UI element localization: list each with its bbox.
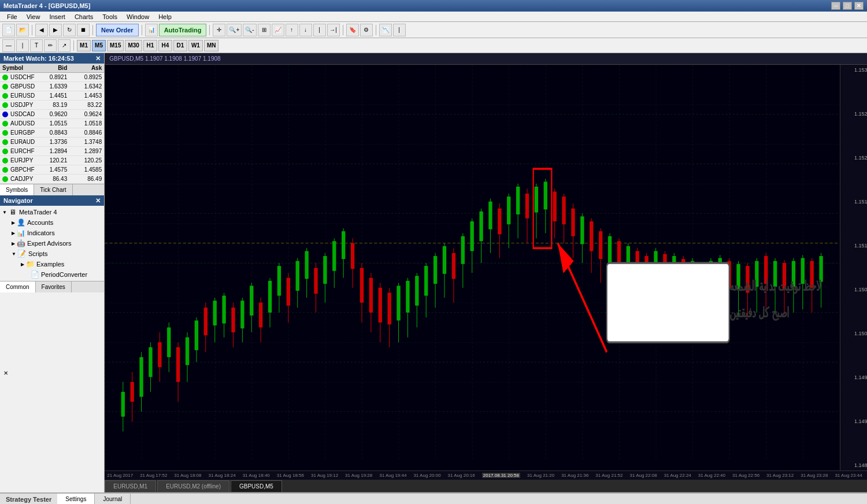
market-watch-row[interactable]: CADJPY 86.43 86.49 <box>0 175 104 184</box>
menu-insert[interactable]: Insert <box>45 12 70 22</box>
hline-tool[interactable]: | <box>16 39 29 52</box>
tf-m15[interactable]: M15 <box>107 40 124 51</box>
mw-bid: 1.3736 <box>35 139 69 145</box>
x-label-3: 31 Aug 18:08 <box>174 473 201 478</box>
nav-period-label: PeriodConverter <box>41 271 87 278</box>
text-tool[interactable]: T <box>30 39 43 52</box>
tf-w1[interactable]: W1 <box>188 40 203 51</box>
menu-help[interactable]: Help <box>154 12 176 22</box>
mw-bid: 1.2894 <box>35 148 69 154</box>
market-watch-row[interactable]: AUDUSD 1.0515 1.0518 <box>0 119 104 128</box>
prop-btn[interactable]: ⚙ <box>360 24 373 36</box>
nav-examples-triangle: ▶ <box>21 262 24 267</box>
x-label-6: 31 Aug 18:56 <box>277 473 304 478</box>
x-label-9: 31 Aug 19:44 <box>379 473 406 478</box>
chart-tab-eurusd-m2[interactable]: EURUSD,M2 (offline) <box>157 480 229 492</box>
y-label-5: 1.1510 <box>842 243 867 249</box>
market-watch-row[interactable]: EURCHF 1.2894 1.2897 <box>0 147 104 156</box>
close-button[interactable]: ✕ <box>854 2 864 10</box>
chart-canvas[interactable]: لاحظ توقيت بداية الشمعه اصبح كل دفيقتين … <box>105 65 867 470</box>
draw-tool[interactable]: ✏ <box>44 39 57 52</box>
market-watch-row[interactable]: GBPUSD 1.6339 1.6342 <box>0 82 104 91</box>
tab-symbols[interactable]: Symbols <box>0 184 34 195</box>
tf-m5[interactable]: M5 <box>92 40 106 51</box>
tab-tick-chart[interactable]: Tick Chart <box>34 184 72 195</box>
market-watch-row[interactable]: USDCHF 0.8921 0.8925 <box>0 73 104 82</box>
y-label-2: 1.1525 <box>842 111 867 117</box>
zoom-in-btn[interactable]: 🔍+ <box>227 24 242 36</box>
nav-tab-favorites[interactable]: Favorites <box>36 281 72 292</box>
st-tab-journal[interactable]: Journal <box>95 494 131 504</box>
st-close-icon[interactable]: ✕ <box>3 370 8 376</box>
menu-view[interactable]: View <box>22 12 45 22</box>
market-watch-row[interactable]: GBPCHF 1.4575 1.4585 <box>0 165 104 175</box>
zoom-out-btn[interactable]: 🔍- <box>243 24 256 36</box>
open-btn[interactable]: 📂 <box>16 24 29 36</box>
svg-rect-32 <box>223 296 226 324</box>
minimize-button[interactable]: ─ <box>831 2 840 10</box>
mw-ask: 1.4585 <box>69 166 104 173</box>
chart-shift-btn[interactable]: →| <box>327 24 340 36</box>
chart-tab-gbpusd-m5[interactable]: GBPUSD,M5 <box>231 480 282 492</box>
autotrading-button[interactable]: AutoTrading <box>159 24 207 36</box>
nav-tab-common[interactable]: Common <box>0 281 36 292</box>
chart-type-btn[interactable]: 📊 <box>145 24 158 36</box>
mw-dot <box>2 112 8 117</box>
new-btn[interactable]: 📄 <box>2 24 15 36</box>
navigator-close-button[interactable]: ✕ <box>95 197 101 205</box>
nav-accounts[interactable]: ▶ 👤 Accounts <box>0 217 104 228</box>
market-watch-row[interactable]: USDJPY 83.19 83.22 <box>0 101 104 110</box>
vol-btn[interactable]: 📈 <box>272 24 284 36</box>
svg-rect-72 <box>406 281 409 313</box>
market-watch-row[interactable]: EURAUD 1.3736 1.3748 <box>0 138 104 147</box>
up-btn[interactable]: ↑ <box>286 24 298 36</box>
stop-btn[interactable]: ⏹ <box>77 24 90 36</box>
mw-ask: 1.4453 <box>69 92 104 99</box>
market-watch-row[interactable]: USDCAD 0.9620 0.9624 <box>0 110 104 119</box>
tf-d1[interactable]: D1 <box>173 40 187 51</box>
indicator-btn[interactable]: 📉 <box>379 24 392 36</box>
mw-dot <box>2 167 8 173</box>
crosshair-btn[interactable]: ✛ <box>213 24 225 36</box>
menu-file[interactable]: File <box>2 12 22 22</box>
mw-dot <box>2 84 8 90</box>
maximize-button[interactable]: □ <box>843 2 852 10</box>
fwd-btn[interactable]: ▶ <box>49 24 62 36</box>
nav-examples[interactable]: ▶ 📁 Examples <box>0 259 104 269</box>
market-watch-row[interactable]: EURGBP 0.8843 0.8846 <box>0 128 104 138</box>
chart-tab-eurusd-m1[interactable]: EURUSD,M1 <box>105 480 156 492</box>
new-order-button[interactable]: New Order <box>96 24 139 36</box>
nav-indicators[interactable]: ▶ 📊 Indicators <box>0 228 104 238</box>
tf-m30[interactable]: M30 <box>125 40 142 51</box>
period-sep-btn[interactable]: | <box>313 24 326 36</box>
menu-bar: File View Insert Charts Tools Window Hel… <box>0 12 867 22</box>
tf-m1[interactable]: M1 <box>77 40 91 51</box>
back-btn[interactable]: ◀ <box>35 24 48 36</box>
st-tab-settings[interactable]: Settings <box>57 494 95 504</box>
nav-expert-advisors[interactable]: ▶ 🤖 Expert Advisors <box>0 238 104 249</box>
refresh-btn[interactable]: ↻ <box>63 24 76 36</box>
menu-window[interactable]: Window <box>122 12 154 22</box>
mw-symbol: GBPCHF <box>8 166 35 173</box>
x-label-16: 31 Aug 22:08 <box>629 473 657 478</box>
arrow-tool[interactable]: ↗ <box>58 39 71 52</box>
tf-h4[interactable]: H4 <box>158 40 172 51</box>
svg-rect-112 <box>590 221 593 251</box>
nav-period-converter[interactable]: 📄 PeriodConverter <box>0 269 104 280</box>
down-btn[interactable]: ↓ <box>299 24 312 36</box>
line-tool[interactable]: — <box>2 39 15 52</box>
menu-charts[interactable]: Charts <box>70 12 98 22</box>
grid-btn[interactable]: ⊞ <box>258 24 271 36</box>
market-watch-close[interactable]: ✕ <box>95 55 101 62</box>
market-watch-columns: Symbol Bid Ask <box>0 64 104 73</box>
nav-scripts[interactable]: ▼ 📝 Scripts <box>0 249 104 259</box>
tf-h1[interactable]: H1 <box>143 40 157 51</box>
nav-root[interactable]: ▼ 🖥 MetaTrader 4 <box>0 207 104 217</box>
menu-tools[interactable]: Tools <box>98 12 122 22</box>
chart-xaxis: 21 Aug 2017 21 Aug 17:52 31 Aug 18:08 31… <box>105 470 867 480</box>
period-sep2-btn[interactable]: | <box>393 24 406 36</box>
market-watch-row[interactable]: EURUSD 1.4451 1.4453 <box>0 91 104 101</box>
template-btn[interactable]: 🔖 <box>346 24 359 36</box>
market-watch-row[interactable]: EURJPY 120.21 120.25 <box>0 156 104 165</box>
tf-mn[interactable]: MN <box>204 40 219 51</box>
